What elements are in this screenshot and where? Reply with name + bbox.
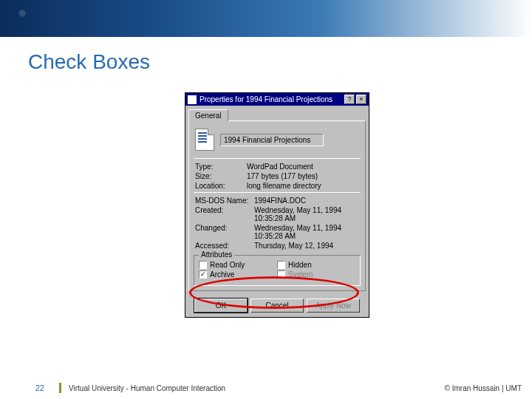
row-created: Created: Wednesday, May 11, 1994 10:35:2… bbox=[194, 205, 361, 223]
label-created: Created: bbox=[195, 206, 254, 222]
checkbox-archive[interactable]: ✓ Archive bbox=[199, 270, 277, 279]
value-changed: Wednesday, May 11, 1994 10:35:28 AM bbox=[254, 224, 359, 240]
slide-footer: 22 Virtual University - Human Computer I… bbox=[0, 377, 532, 399]
checkbox-label: Read Only bbox=[210, 261, 245, 269]
label-msdos: MS-DOS Name: bbox=[195, 197, 254, 205]
checkbox-icon: ✓ bbox=[199, 270, 207, 279]
value-size: 177 bytes (177 bytes) bbox=[247, 172, 359, 180]
footer-center: Virtual University - Human Computer Inte… bbox=[69, 384, 445, 392]
filename-field[interactable]: 1994 Financial Projections bbox=[220, 134, 324, 146]
tab-strip: General bbox=[185, 106, 369, 120]
cancel-button[interactable]: Cancel bbox=[250, 299, 304, 313]
slide-title: Check Boxes bbox=[0, 37, 532, 74]
attributes-label: Attributes bbox=[199, 250, 234, 259]
page-number: 22 bbox=[0, 383, 59, 392]
checkbox-label: Archive bbox=[210, 270, 234, 279]
checkbox-icon bbox=[277, 270, 285, 279]
label-size: Size: bbox=[195, 172, 247, 180]
attributes-group: Attributes Read Only Hidden ✓ Archive bbox=[194, 255, 361, 286]
document-icon bbox=[195, 129, 214, 151]
tab-general[interactable]: General bbox=[188, 109, 228, 121]
label-accessed: Accessed: bbox=[195, 242, 254, 250]
file-header: 1994 Financial Projections bbox=[194, 126, 361, 157]
checkbox-hidden[interactable]: Hidden bbox=[277, 260, 355, 270]
titlebar[interactable]: Properties for 1994 Financial Projection… bbox=[185, 93, 369, 106]
value-accessed: Thursday, May 12, 1994 bbox=[254, 242, 359, 250]
properties-dialog-container: Properties for 1994 Financial Projection… bbox=[185, 92, 369, 318]
separator bbox=[194, 192, 361, 193]
slide-banner bbox=[0, 0, 532, 37]
row-msdos: MS-DOS Name: 1994FINA.DOC bbox=[194, 196, 361, 205]
footer-divider bbox=[59, 383, 61, 393]
general-panel: 1994 Financial Projections Type: WordPad… bbox=[188, 120, 366, 291]
window-icon bbox=[188, 95, 197, 104]
close-button[interactable]: × bbox=[356, 95, 366, 104]
ok-button[interactable]: OK bbox=[194, 299, 248, 313]
label-location: Location: bbox=[195, 182, 247, 190]
value-msdos: 1994FINA.DOC bbox=[254, 197, 359, 205]
checkbox-icon bbox=[199, 261, 207, 269]
row-changed: Changed: Wednesday, May 11, 1994 10:35:2… bbox=[194, 223, 361, 241]
checkbox-system: System bbox=[277, 270, 355, 279]
checkbox-label: Hidden bbox=[288, 261, 312, 269]
footer-right: © Imran Hussain | UMT bbox=[445, 384, 532, 392]
value-created: Wednesday, May 11, 1994 10:35:28 AM bbox=[254, 206, 359, 222]
checkbox-label: System bbox=[288, 270, 313, 279]
separator bbox=[194, 158, 361, 159]
window-title: Properties for 1994 Financial Projection… bbox=[200, 95, 343, 103]
value-type: WordPad Document bbox=[247, 163, 359, 171]
properties-dialog: Properties for 1994 Financial Projection… bbox=[185, 92, 369, 318]
button-row: OK Cancel Apply Now bbox=[185, 294, 369, 317]
label-changed: Changed: bbox=[195, 224, 254, 240]
label-type: Type: bbox=[195, 163, 247, 171]
help-button[interactable]: ? bbox=[344, 95, 355, 104]
row-type: Type: WordPad Document bbox=[194, 162, 361, 171]
apply-button: Apply Now bbox=[307, 299, 360, 313]
checkbox-icon bbox=[277, 261, 285, 269]
row-accessed: Accessed: Thursday, May 12, 1994 bbox=[194, 241, 361, 250]
row-size: Size: 177 bytes (177 bytes) bbox=[194, 171, 361, 181]
value-location: long filename directory bbox=[247, 182, 359, 190]
row-location: Location: long filename directory bbox=[194, 181, 361, 191]
checkbox-readonly[interactable]: Read Only bbox=[199, 260, 277, 270]
